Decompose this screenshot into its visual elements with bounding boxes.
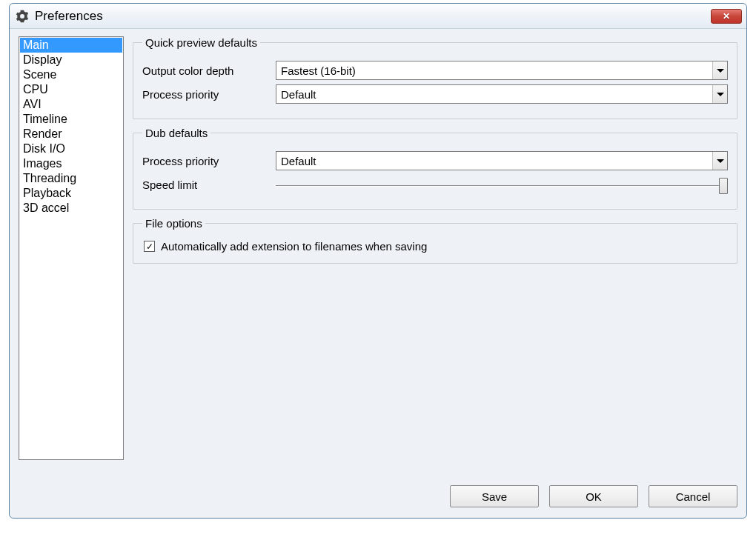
sidebar-item-images[interactable]: Images	[20, 156, 122, 171]
close-icon: ✕	[723, 11, 730, 21]
ok-button[interactable]: OK	[549, 485, 638, 507]
sidebar-item-timeline[interactable]: Timeline	[20, 112, 122, 127]
preferences-window: Preferences ✕ Main Display Scene CPU AVI…	[9, 3, 747, 519]
sidebar-item-avi[interactable]: AVI	[20, 97, 122, 112]
window-title: Preferences	[35, 9, 711, 24]
gear-icon	[16, 10, 29, 23]
dub-priority-value: Default	[276, 155, 712, 167]
speed-limit-slider[interactable]	[276, 175, 728, 194]
dub-priority-select[interactable]: Default	[276, 151, 728, 170]
sidebar-item-main[interactable]: Main	[20, 38, 122, 53]
quick-priority-select[interactable]: Default	[276, 84, 728, 104]
quick-preview-legend: Quick preview defaults	[142, 36, 260, 49]
output-color-depth-select[interactable]: Fastest (16-bit)	[276, 61, 728, 80]
auto-extension-label: Automatically add extension to filenames…	[161, 240, 427, 253]
speed-limit-label: Speed limit	[142, 179, 276, 191]
sidebar-item-render[interactable]: Render	[20, 127, 122, 141]
sidebar-item-playback[interactable]: Playback	[20, 186, 122, 201]
output-color-depth-value: Fastest (16-bit)	[276, 64, 712, 77]
save-button[interactable]: Save	[450, 485, 539, 507]
sidebar-item-cpu[interactable]: CPU	[20, 82, 122, 97]
dub-defaults-group: Dub defaults Process priority Default Sp…	[133, 127, 737, 210]
chevron-down-icon	[712, 85, 727, 103]
quick-priority-label: Process priority	[142, 88, 276, 101]
settings-panel: Quick preview defaults Output color dept…	[133, 36, 737, 476]
slider-track-line	[276, 185, 728, 187]
dub-priority-label: Process priority	[142, 155, 276, 167]
quick-preview-group: Quick preview defaults Output color dept…	[133, 36, 737, 119]
auto-extension-checkbox[interactable]: ✓	[144, 241, 155, 252]
sidebar-item-disk-io[interactable]: Disk I/O	[20, 141, 122, 156]
output-color-depth-label: Output color depth	[142, 64, 276, 77]
quick-priority-value: Default	[276, 88, 712, 101]
dub-defaults-legend: Dub defaults	[142, 127, 210, 139]
chevron-down-icon	[712, 152, 727, 170]
titlebar: Preferences ✕	[10, 4, 746, 29]
file-options-group: File options ✓ Automatically add extensi…	[133, 217, 737, 264]
file-options-legend: File options	[142, 217, 205, 230]
dialog-footer: Save OK Cancel	[19, 485, 737, 507]
cancel-button[interactable]: Cancel	[649, 485, 737, 507]
sidebar-item-3d-accel[interactable]: 3D accel	[20, 201, 122, 216]
chevron-down-icon	[712, 61, 727, 79]
sidebar-item-scene[interactable]: Scene	[20, 67, 122, 82]
close-button[interactable]: ✕	[711, 9, 742, 24]
sidebar-item-threading[interactable]: Threading	[20, 171, 122, 186]
slider-thumb[interactable]	[719, 178, 728, 194]
category-list[interactable]: Main Display Scene CPU AVI Timeline Rend…	[19, 36, 124, 460]
sidebar-item-display[interactable]: Display	[20, 53, 122, 67]
